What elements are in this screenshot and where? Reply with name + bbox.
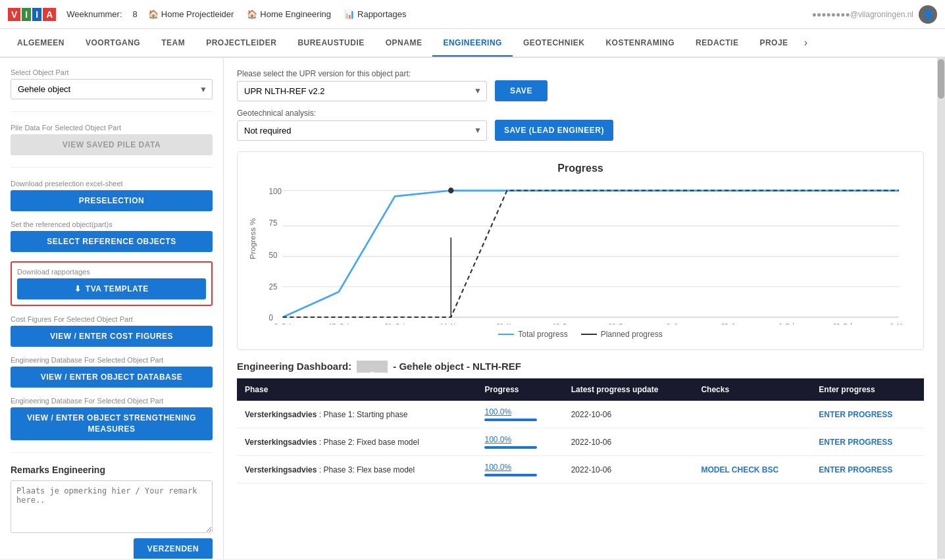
- svg-text:9. Jan: 9. Jan: [667, 322, 684, 324]
- legend-planned-progress: Planned progress: [581, 330, 663, 339]
- table-row: Versterkingsadvies : Phase 2: Fixed base…: [237, 428, 924, 456]
- tab-voortgang[interactable]: VOORTGANG: [75, 30, 151, 57]
- table-row: Versterkingsadvies : Phase 1: Starting p…: [237, 401, 924, 428]
- logo-i2: I: [32, 8, 41, 21]
- scrollbar-thumb[interactable]: [938, 59, 944, 99]
- nav-label-rapportages: Rapportages: [357, 9, 406, 19]
- model-check-link[interactable]: MODEL CHECK BSC: [701, 465, 779, 474]
- select-object-part-dropdown[interactable]: Gehele object Object Part 1 Object Part …: [11, 79, 213, 99]
- tab-opname[interactable]: OPNAME: [375, 30, 433, 57]
- engineering-db2-section: Engineering Database For Selected Object…: [11, 397, 213, 440]
- tva-template-button[interactable]: ⬇ TVA TEMPLATE: [17, 278, 206, 299]
- pile-data-label: Pile Data For Selected Object Part: [11, 124, 213, 132]
- svg-text:31. Oct: 31. Oct: [385, 322, 405, 324]
- separator-1: [11, 111, 213, 112]
- more-tabs-button[interactable]: ›: [799, 29, 813, 57]
- progress-text-1[interactable]: 100.0%: [484, 407, 555, 417]
- engineering-db2-label: Engineering Database For Selected Object…: [11, 397, 213, 405]
- upr-version-dropdown-wrapper: UPR NLTH-REF v2.2 UPR NLTH-REF v2.1 ▼: [237, 81, 487, 101]
- legend-blue-line: [498, 334, 514, 335]
- upr-section: Please select the UPR version for this o…: [237, 68, 924, 141]
- cost-figures-section: Cost Figures For Selected Object Part VI…: [11, 315, 213, 347]
- phase-cell-3: Versterkingsadvies : Phase 3: Flex base …: [237, 456, 476, 484]
- select-object-part-label: Select Object Part: [11, 68, 213, 76]
- user-avatar[interactable]: 👤: [919, 5, 937, 24]
- phase-detail-3: : Phase 3: Flex base model: [319, 465, 415, 474]
- main-layout: Select Object Part Gehele object Object …: [0, 58, 945, 559]
- pile-data-section: Pile Data For Selected Object Part VIEW …: [11, 124, 213, 155]
- chart-legend: Total progress Planned progress: [248, 330, 913, 339]
- phase-bold-2: Versterkingsadvies: [245, 438, 317, 447]
- tab-engineering[interactable]: ENGINEERING: [432, 30, 513, 57]
- progress-bar-fill-3: [484, 474, 537, 476]
- svg-point-25: [448, 188, 453, 193]
- download-rapportages-section: Download rapportages ⬇ TVA TEMPLATE: [11, 261, 213, 306]
- nav-label-home-projectleider: Home Projectleider: [161, 9, 234, 19]
- latest-update-3: 2022-10-06: [563, 456, 694, 484]
- enter-progress-3: ENTER PROGRESS: [811, 456, 924, 484]
- checks-1: [693, 401, 811, 428]
- upr-version-dropdown[interactable]: UPR NLTH-REF v2.2 UPR NLTH-REF v2.1: [237, 81, 487, 101]
- view-enter-cost-figures-button[interactable]: VIEW / ENTER COST FIGURES: [11, 326, 213, 347]
- col-enter-progress: Enter progress: [811, 378, 924, 401]
- set-referenced-section: Set the referenced object(part)s SELECT …: [11, 220, 213, 252]
- weeknummer-value: 8: [133, 9, 138, 19]
- logo-v: V: [8, 8, 20, 21]
- tab-projectleider[interactable]: PROJECTLEIDER: [195, 30, 287, 57]
- enter-progress-link-2[interactable]: ENTER PROGRESS: [819, 438, 892, 447]
- svg-text:100: 100: [269, 187, 282, 196]
- geotechnical-row: Geotechnical analysis: Not required Requ…: [237, 108, 924, 141]
- tva-template-label: TVA TEMPLATE: [86, 284, 149, 293]
- logo-a: A: [43, 8, 56, 21]
- tab-kostenraming[interactable]: KOSTENRAMING: [595, 30, 685, 57]
- svg-text:28. Nov: 28. Nov: [496, 322, 518, 324]
- progress-text-2[interactable]: 100.0%: [484, 435, 555, 444]
- nav-rapportages[interactable]: 📊 Rapportages: [344, 9, 406, 19]
- svg-text:Progress %: Progress %: [248, 218, 257, 259]
- enter-progress-link-3[interactable]: ENTER PROGRESS: [819, 465, 892, 474]
- tab-algemeen[interactable]: ALGEMEEN: [7, 30, 75, 57]
- upr-version-inner: Please select the UPR version for this o…: [237, 69, 487, 101]
- remarks-section: Remarks Engineering VERZENDEN: [11, 465, 213, 559]
- preselection-button[interactable]: PRESELECTION: [11, 190, 213, 211]
- progress-bar-fill-1: [484, 419, 537, 421]
- view-saved-pile-data-button[interactable]: VIEW SAVED PILE DATA: [11, 134, 213, 155]
- geotechnical-dropdown[interactable]: Not required Required: [237, 120, 487, 141]
- tab-redactie[interactable]: REDACTIE: [685, 30, 749, 57]
- tab-proje[interactable]: PROJE: [749, 30, 798, 57]
- col-checks: Checks: [693, 378, 811, 401]
- tab-geotechniek[interactable]: GEOTECHNIEK: [513, 30, 596, 57]
- select-reference-objects-button[interactable]: SELECT REFERENCE OBJECTS: [11, 231, 213, 252]
- checks-2: [693, 428, 811, 456]
- nav-home-projectleider[interactable]: 🏠 Home Projectleider: [148, 9, 234, 19]
- logo: V I I A: [8, 8, 56, 21]
- verzenden-button[interactable]: VERZENDEN: [134, 538, 213, 559]
- save-lead-engineer-button[interactable]: SAVE (LEAD ENGINEER): [495, 120, 613, 141]
- upr-version-label: Please select the UPR version for this o…: [237, 69, 487, 78]
- upr-version-row: Please select the UPR version for this o…: [237, 68, 924, 101]
- geotechnical-label: Geotechnical analysis:: [237, 109, 487, 118]
- vertical-scrollbar[interactable]: [937, 58, 945, 559]
- nav-home-engineering[interactable]: 🏠 Home Engineering: [247, 9, 331, 19]
- set-referenced-label: Set the referenced object(part)s: [11, 220, 213, 228]
- phase-detail-2: : Phase 2: Fixed base model: [319, 438, 419, 447]
- svg-text:75: 75: [269, 218, 278, 228]
- remarks-textarea[interactable]: [11, 480, 213, 533]
- progress-text-3[interactable]: 100.0%: [484, 463, 555, 472]
- chart-wrapper: 0 25 50 75 100 Progress %: [248, 180, 913, 324]
- tab-team[interactable]: TEAM: [151, 30, 195, 57]
- view-enter-strengthening-button[interactable]: VIEW / ENTER OBJECT STRENGTHENING MEASUR…: [11, 407, 213, 440]
- dashboard-table: Phase Progress Latest progress update Ch…: [237, 378, 924, 484]
- col-phase: Phase: [237, 378, 476, 401]
- svg-text:50: 50: [269, 251, 278, 260]
- progress-chart-svg: 0 25 50 75 100 Progress %: [248, 180, 913, 324]
- top-bar: V I I A Weeknummer: 8 🏠 Home Projectleid…: [0, 0, 945, 29]
- tab-bureaustudie[interactable]: BUREAUSTUDIE: [287, 30, 374, 57]
- view-enter-object-database-button[interactable]: VIEW / ENTER OBJECT DATABASE: [11, 367, 213, 388]
- save-button[interactable]: SAVE: [495, 80, 548, 101]
- enter-progress-link-1[interactable]: ENTER PROGRESS: [819, 410, 892, 419]
- dashboard-title: Engineering Dashboard: ██ ██ - Gehele ob…: [237, 361, 924, 372]
- svg-text:25: 25: [269, 282, 278, 292]
- enter-progress-2: ENTER PROGRESS: [811, 428, 924, 456]
- geotechnical-inner: Geotechnical analysis: Not required Requ…: [237, 109, 487, 141]
